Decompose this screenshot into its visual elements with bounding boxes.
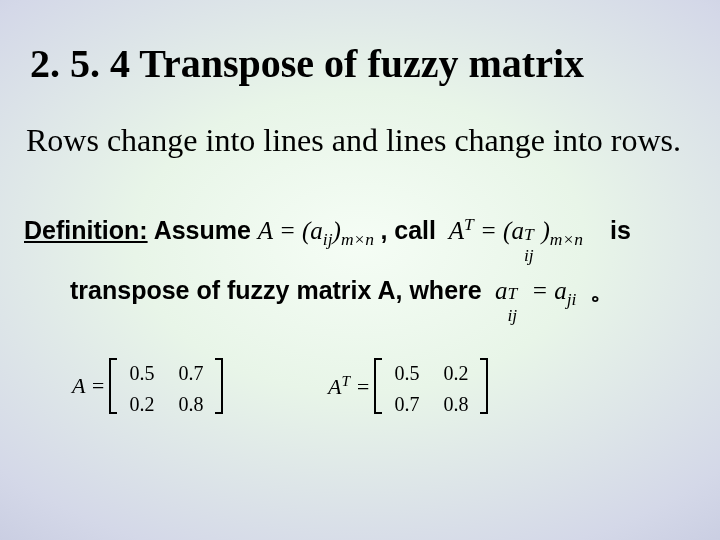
assume-text: Assume (154, 216, 251, 244)
matrix-a-label: A = (72, 373, 105, 399)
matrix-a-example: A = 0.50.7 0.20.8 (72, 358, 223, 414)
period-mark: 。 (590, 276, 615, 304)
right-bracket-icon (480, 358, 488, 414)
definition-label: Definition: (24, 216, 148, 244)
matrix-a-values: 0.50.7 0.20.8 (117, 358, 215, 414)
formula-element: aTij = aji (489, 277, 583, 304)
section-heading: 2. 5. 4 Transpose of fuzzy matrix (30, 40, 584, 87)
transpose-text: transpose of fuzzy matrix A, where (70, 276, 482, 304)
formula-a-transpose: AT = (aTij)m×n (443, 217, 589, 244)
comma-call: , call (380, 216, 436, 244)
is-text: is (610, 216, 631, 244)
definition-line-1: Definition: Assume A = (aij)m×n , call A… (24, 214, 700, 250)
intro-text: Rows change into lines and lines change … (26, 120, 690, 160)
left-bracket-icon (374, 358, 382, 414)
matrix-at-label: AT = (328, 372, 370, 400)
formula-a-equals: A = (aij)m×n (258, 217, 381, 244)
right-bracket-icon (215, 358, 223, 414)
left-bracket-icon (109, 358, 117, 414)
matrix-at-values: 0.50.2 0.70.8 (382, 358, 480, 414)
definition-line-2: transpose of fuzzy matrix A, where aTij … (70, 274, 700, 310)
matrix-at-example: AT = 0.50.2 0.70.8 (328, 358, 488, 414)
